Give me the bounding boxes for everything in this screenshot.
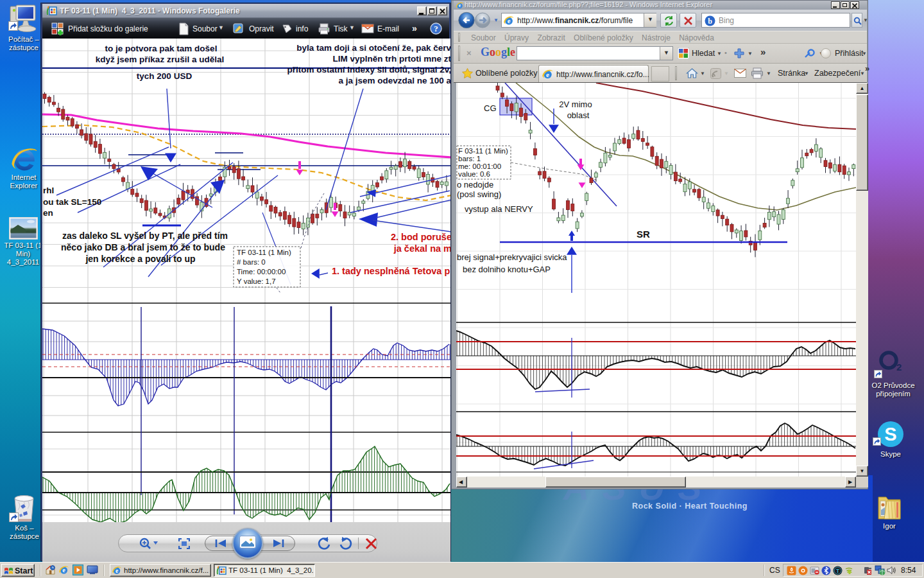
svg-text:2V mimo: 2V mimo bbox=[559, 100, 592, 109]
svg-text:brej signal+prekryvajici svick: brej signal+prekryvajici svicka bbox=[457, 252, 567, 262]
svg-text:oblast: oblast bbox=[567, 110, 590, 120]
svg-text:ou tak SL=150: ou tak SL=150 bbox=[43, 197, 101, 207]
svg-text:když jsem příkaz zrušil a uděl: když jsem příkaz zrušil a udělal bbox=[96, 55, 224, 64]
svg-text:LIM vyplněn trh prtoti mne zt: LIM vyplněn trh prtoti mne zt bbox=[333, 54, 451, 64]
svg-text:2. bod poruše: 2. bod poruše bbox=[391, 232, 450, 242]
svg-text:en: en bbox=[43, 208, 53, 218]
svg-text:a ja jsem odevzdal ne 100 a: a ja jsem odevzdal ne 100 a bbox=[338, 76, 450, 85]
svg-text:to je potvora pak tam došel: to je potvora pak tam došel bbox=[105, 44, 218, 53]
svg-text:jen korekce a povalí to up: jen korekce a povalí to up bbox=[85, 254, 195, 264]
svg-text:value: 0.6: value: 0.6 bbox=[458, 170, 490, 178]
svg-text:2: 2 bbox=[896, 362, 902, 372]
svg-text:tych 200 USD: tych 200 USD bbox=[137, 71, 193, 81]
svg-text:Y value: 1,7: Y value: 1,7 bbox=[237, 277, 276, 285]
svg-text:bez dolniho knotu+GAP: bez dolniho knotu+GAP bbox=[463, 265, 551, 274]
svg-text:SR: SR bbox=[637, 229, 650, 240]
svg-text:zas daleko SL vyšel by PT, ale: zas daleko SL vyšel by PT, ale před tím bbox=[62, 231, 228, 241]
svg-text:T: T bbox=[836, 568, 840, 574]
svg-text:ja čekal na m: ja čekal na m bbox=[393, 243, 450, 254]
svg-text:rhl: rhl bbox=[43, 186, 54, 195]
svg-text:(posl swing): (posl swing) bbox=[457, 189, 501, 199]
svg-text:vystup ala NERVY: vystup ala NERVY bbox=[465, 204, 533, 214]
svg-text:# bars: 0: # bars: 0 bbox=[237, 258, 266, 266]
svg-text:o nedojde: o nedojde bbox=[457, 180, 493, 189]
svg-text:me: 00:01:00: me: 00:01:00 bbox=[458, 162, 501, 170]
svg-text:1. tady nesplněná Tetova p: 1. tady nesplněná Tetova p bbox=[332, 266, 450, 276]
svg-text:?: ? bbox=[434, 24, 438, 33]
svg-text:něco jako DB a bral jsem to že: něco jako DB a bral jsem to že to bude bbox=[61, 242, 225, 252]
svg-text:F 03-11 (1 Min): F 03-11 (1 Min) bbox=[458, 147, 508, 155]
svg-text:byla tam doji a si otočení že,: byla tam doji a si otočení že, pak červ bbox=[296, 43, 450, 53]
svg-text:přitom ostatní Indexy šli dolů: přitom ostatní Indexy šli dolů, signal 2… bbox=[287, 65, 450, 74]
svg-text:S: S bbox=[884, 424, 896, 444]
svg-text:b: b bbox=[708, 17, 712, 26]
svg-text:Time: 00:00:00: Time: 00:00:00 bbox=[237, 268, 286, 276]
svg-text:CG: CG bbox=[484, 103, 497, 113]
svg-text:TF 03-11 (1 Min): TF 03-11 (1 Min) bbox=[237, 249, 291, 256]
svg-text:bars: 1: bars: 1 bbox=[458, 155, 481, 162]
